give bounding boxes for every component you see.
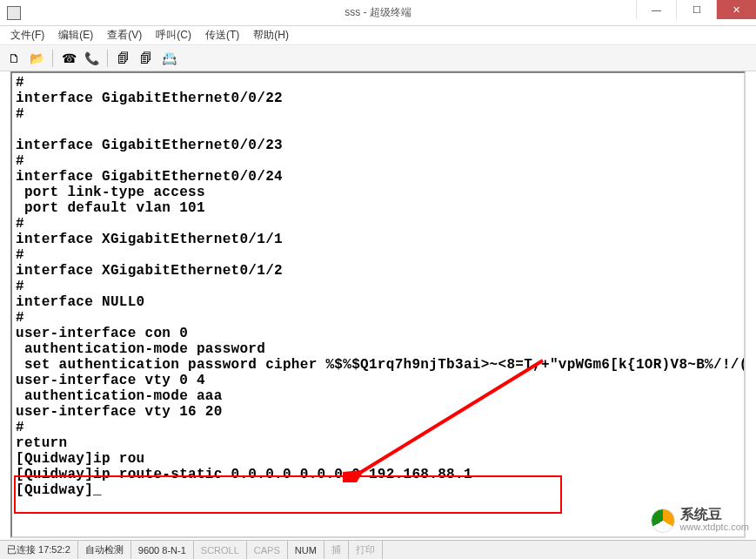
statusbar: 已连接 17:52:2 自动检测 9600 8-N-1 SCROLL CAPS … [0, 540, 756, 559]
disconnect-button[interactable]: 📞 [83, 50, 100, 67]
connect-button[interactable]: ☎ [60, 50, 77, 67]
minimize-button[interactable]: — [636, 0, 676, 19]
watermark-url: www.xtdptc.com [680, 521, 749, 533]
titlebar: sss - 超级终端 — ☐ ✕ [0, 0, 756, 26]
status-detect: 自动检测 [78, 541, 131, 559]
status-print: 打印 [349, 541, 383, 559]
watermark-text: 系统豆 www.xtdptc.com [680, 508, 749, 533]
properties-button[interactable]: 📇 [160, 50, 177, 67]
status-connection: 已连接 17:52:2 [0, 541, 78, 559]
menu-edit[interactable]: 编辑(E) [53, 26, 98, 44]
toolbar-separator [52, 50, 53, 67]
terminal-area: # interface GigabitEthernet0/0/22 # inte… [10, 71, 746, 538]
maximize-button[interactable]: ☐ [676, 0, 716, 19]
receive-button[interactable]: 🗐 [137, 50, 155, 67]
window-controls: — ☐ ✕ [636, 0, 756, 19]
terminal-scroll[interactable]: # interface GigabitEthernet0/0/22 # inte… [12, 73, 744, 536]
status-scroll: SCROLL [194, 541, 247, 559]
menu-view[interactable]: 查看(V) [102, 26, 147, 44]
menu-transfer[interactable]: 传送(T) [200, 26, 244, 44]
watermark-icon [651, 508, 675, 533]
new-button[interactable]: 🗋 [5, 50, 23, 67]
status-num: NUM [288, 541, 324, 559]
status-serial: 9600 8-N-1 [131, 541, 194, 559]
toolbar: 🗋 📂 ☎ 📞 🗐 🗐 📇 [0, 45, 756, 71]
menu-call[interactable]: 呼叫(C) [151, 26, 197, 44]
status-caps: CAPS [247, 541, 288, 559]
toolbar-separator [107, 50, 108, 67]
menu-help[interactable]: 帮助(H) [248, 26, 294, 44]
terminal-output[interactable]: # interface GigabitEthernet0/0/22 # inte… [12, 73, 744, 500]
menubar: 文件(F) 编辑(E) 查看(V) 呼叫(C) 传送(T) 帮助(H) [0, 26, 756, 45]
watermark-name: 系统豆 [680, 508, 749, 521]
close-button[interactable]: ✕ [716, 0, 756, 19]
status-capture: 捕 [324, 541, 349, 559]
watermark: 系统豆 www.xtdptc.com [651, 508, 749, 533]
send-button[interactable]: 🗐 [115, 50, 132, 67]
menu-file[interactable]: 文件(F) [5, 26, 50, 44]
open-button[interactable]: 📂 [28, 50, 45, 67]
